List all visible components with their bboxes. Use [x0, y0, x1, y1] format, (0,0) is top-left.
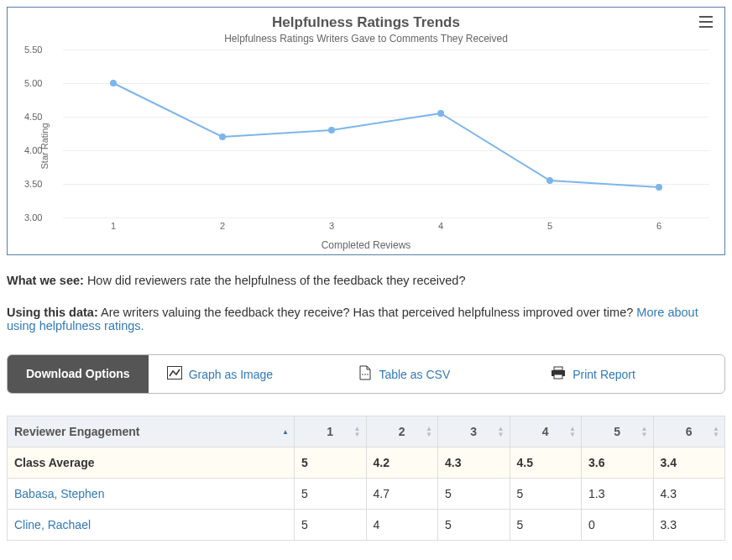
x-tick: 6	[656, 221, 661, 231]
col-header[interactable]: 3▲▼	[438, 416, 510, 447]
what-we-see-label: What we see:	[7, 274, 84, 287]
chart-icon	[167, 366, 182, 382]
cell: 4	[366, 510, 438, 541]
x-tick: 1	[111, 221, 116, 231]
row-name: Class Average	[8, 447, 295, 479]
using-this-data-text: Using this data: Are writers valuing the…	[7, 306, 725, 332]
y-tick: 3.50	[24, 179, 42, 189]
y-tick: 5.50	[24, 44, 42, 55]
col-header[interactable]: 2▲▼	[366, 416, 438, 447]
chart-title: Helpfulness Ratings Trends	[14, 14, 718, 31]
data-point[interactable]	[328, 127, 335, 133]
what-we-see-text: What we see: How did reviewers rate the …	[7, 274, 725, 287]
table-row: Cline, Rachael545503.3	[8, 510, 725, 541]
y-tick: 5.00	[24, 78, 42, 88]
data-point[interactable]	[110, 80, 117, 86]
svg-point-2	[365, 374, 367, 375]
download-toolbar: Download Options Graph as Image Table as…	[7, 354, 725, 394]
y-tick: 4.00	[24, 145, 42, 155]
data-point[interactable]	[437, 110, 444, 117]
cell: 5	[438, 510, 510, 541]
file-icon	[358, 365, 372, 383]
cell: 0	[582, 510, 654, 541]
col-header[interactable]: 6▲▼	[653, 416, 725, 447]
col-header[interactable]: 5▲▼	[582, 416, 654, 447]
cell: 4.5	[510, 447, 582, 479]
col-header-reviewer[interactable]: Reviewer Engagement▲	[8, 416, 295, 447]
row-name[interactable]: Babasa, Stephen	[8, 479, 295, 510]
cell: 4.3	[438, 447, 510, 479]
cell: 4.7	[366, 479, 438, 510]
svg-point-1	[363, 374, 364, 375]
cell: 5	[295, 447, 367, 479]
x-tick: 3	[329, 221, 334, 231]
cell: 5	[295, 510, 367, 541]
cell: 5	[295, 479, 367, 510]
cell: 5	[438, 479, 510, 510]
graph-as-image-button[interactable]: Graph as Image	[149, 355, 341, 393]
x-tick: 5	[547, 221, 552, 231]
x-tick: 2	[220, 221, 225, 231]
chart-subtitle: Helpfulness Ratings Writers Gave to Comm…	[14, 33, 718, 44]
chart-plot-area: Star Rating 3.003.504.004.505.005.50 123…	[48, 50, 709, 243]
svg-point-3	[368, 374, 369, 375]
cell: 4.2	[366, 447, 438, 479]
cell: 3.3	[653, 510, 725, 541]
x-tick: 4	[438, 221, 443, 231]
data-point[interactable]	[656, 184, 662, 191]
cell: 3.6	[582, 447, 654, 479]
table-as-csv-button[interactable]: Table as CSV	[340, 355, 532, 393]
print-report-button[interactable]: Print Report	[532, 355, 724, 393]
row-name[interactable]: Cline, Rachael	[8, 510, 295, 541]
using-this-data-label: Using this data:	[7, 306, 98, 319]
cell: 1.3	[582, 479, 654, 510]
data-point[interactable]	[219, 133, 226, 140]
engagement-table: Reviewer Engagement▲1▲▼2▲▼3▲▼4▲▼5▲▼6▲▼ C…	[7, 416, 725, 541]
svg-rect-4	[554, 367, 562, 370]
table-row: Babasa, Stephen54.7551.34.3	[8, 479, 725, 510]
y-tick: 4.50	[24, 112, 42, 122]
print-icon	[551, 366, 566, 382]
cell: 3.4	[653, 447, 725, 479]
gridline	[63, 217, 709, 218]
cell: 5	[510, 510, 582, 541]
y-tick: 3.00	[24, 212, 42, 222]
cell: 5	[510, 479, 582, 510]
chart-line	[63, 50, 709, 217]
table-row: Class Average54.24.34.53.63.4	[8, 447, 725, 479]
col-header[interactable]: 4▲▼	[510, 416, 582, 447]
svg-rect-6	[554, 374, 562, 379]
chart-container: Helpfulness Ratings Trends Helpfulness R…	[7, 7, 725, 255]
cell: 4.3	[653, 479, 725, 510]
data-point[interactable]	[546, 177, 553, 184]
chart-menu-icon[interactable]	[699, 16, 713, 30]
col-header[interactable]: 1▲▼	[295, 416, 367, 447]
download-options-label: Download Options	[8, 355, 149, 393]
